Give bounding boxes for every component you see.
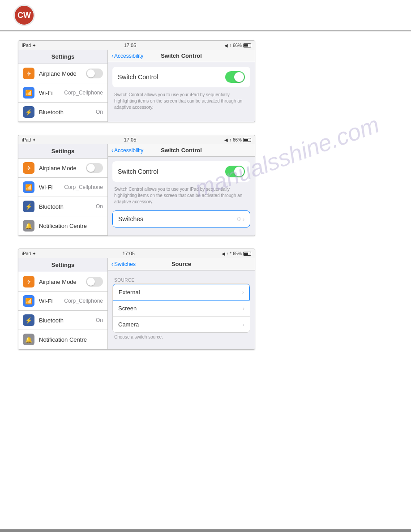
status-bar-3: iPad ✦ 17:05 ◀ ↑ * 65% <box>18 249 255 258</box>
ipad-content-1: Settings ✈ Airplane Mode 📶 Wi-Fi Corp_Ce… <box>18 50 255 122</box>
sidebar-item-wifi-3[interactable]: 📶 Wi-Fi Corp_Cellphone <box>18 292 107 311</box>
switch-control-toggle-1[interactable] <box>225 71 245 83</box>
bluetooth-value-1: On <box>96 109 103 115</box>
nav-title-1: Switch Control <box>161 52 202 59</box>
bluetooth-icon-1: ⚡ <box>23 106 34 118</box>
sidebar-title-3: Settings <box>18 258 107 272</box>
sidebar-item-airplane-2[interactable]: ✈ Airplane Mode <box>18 159 107 178</box>
nav-bar-1: ‹ Accessibility Switch Control <box>108 50 255 62</box>
sidebar-2: Settings ✈ Airplane Mode 📶 Wi-Fi Corp_Ce… <box>18 144 108 236</box>
status-left-2: iPad ✦ <box>22 137 36 142</box>
source-item-camera-chevron: › <box>243 321 244 328</box>
battery-icon-1 <box>243 43 251 47</box>
airplane-toggle-2[interactable] <box>86 163 103 173</box>
bluetooth-label-1: Bluetooth <box>39 109 91 116</box>
right-panel-1: ‹ Accessibility Switch Control Switch Co… <box>108 50 255 122</box>
switches-row[interactable]: Switches 0 › <box>112 210 250 227</box>
wifi-icon-3: 📶 <box>23 295 34 307</box>
sidebar-title-1: Settings <box>18 50 107 64</box>
page-footer <box>0 529 411 532</box>
wifi-value-1: Corp_Cellphone <box>64 90 103 96</box>
nav-back-3[interactable]: ‹ Switches <box>111 261 136 267</box>
logo: CW <box>13 4 35 26</box>
switch-control-row-2[interactable]: Switch Control <box>112 161 250 182</box>
page-header: CW <box>0 0 411 31</box>
switches-value: 0 › <box>237 215 244 223</box>
sidebar-item-bluetooth-2[interactable]: ⚡ Bluetooth On <box>18 197 107 216</box>
source-note: Choose a switch source. <box>112 333 250 341</box>
switches-label: Switches <box>118 215 143 223</box>
sidebar-1: Settings ✈ Airplane Mode 📶 Wi-Fi Corp_Ce… <box>18 50 108 122</box>
airplane-icon-1: ✈ <box>23 68 34 79</box>
sidebar-title-2: Settings <box>18 144 107 159</box>
notification-icon-3: 🔔 <box>23 334 34 345</box>
airplane-icon-3: ✈ <box>23 276 34 287</box>
wifi-icon-1: 📶 <box>23 87 34 99</box>
source-item-screen[interactable]: Screen › <box>113 300 250 317</box>
airplane-label-1: Airplane Mode <box>39 70 81 77</box>
sidebar-item-bluetooth-1[interactable]: ⚡ Bluetooth On <box>18 103 107 122</box>
sidebar-3: Settings ✈ Airplane Mode 📶 Wi-Fi Corp_Ce… <box>18 258 108 349</box>
battery-icon-2 <box>243 138 251 142</box>
right-panel-2: ‹ Accessibility Switch Control Switch Co… <box>108 144 255 236</box>
status-left-1: iPad ✦ <box>22 43 36 48</box>
screenshots-container: iPad ✦ 17:05 ◀ ↑ 66% Settings ✈ Airplane… <box>0 31 411 359</box>
status-left-3: iPad ✦ <box>22 251 36 256</box>
nav-title-3: Source <box>171 261 191 267</box>
wifi-icon-2: 📶 <box>23 181 34 193</box>
notification-icon-2: 🔔 <box>23 220 34 232</box>
panel-content-2: Switch Control Switch Control allows you… <box>108 157 255 232</box>
sidebar-item-notification-2[interactable]: 🔔 Notification Centre <box>18 216 107 236</box>
switch-control-desc-2: Switch Control allows you to use your iP… <box>112 184 250 209</box>
ipad-screenshot-3: iPad ✦ 17:05 ◀ ↑ * 65% Settings ✈ Airpla… <box>18 249 255 350</box>
status-center-2: 17:05 <box>124 137 137 142</box>
panel-content-1: Switch Control Switch Control allows you… <box>108 62 255 119</box>
nav-back-2[interactable]: ‹ Accessibility <box>111 147 143 154</box>
wifi-label-1: Wi-Fi <box>39 90 60 96</box>
switch-control-toggle-2[interactable] <box>225 166 245 177</box>
switch-control-label-1: Switch Control <box>118 73 158 81</box>
switch-control-desc-1: Switch Control allows you to use your iP… <box>112 90 250 114</box>
sidebar-item-airplane-3[interactable]: ✈ Airplane Mode <box>18 272 107 292</box>
status-right-3: ◀ ↑ * 65% <box>222 251 251 256</box>
status-right-1: ◀ ↑ 66% <box>224 43 251 48</box>
battery-icon-3 <box>243 252 251 256</box>
panel-content-3: SOURCE External › Screen › <box>108 270 255 346</box>
nav-bar-3: ‹ Switches Source <box>108 258 255 270</box>
source-item-camera-label: Camera <box>118 321 139 328</box>
source-item-screen-chevron: › <box>243 305 244 312</box>
ipad-content-3: Settings ✈ Airplane Mode 📶 Wi-Fi Corp_Ce… <box>18 258 255 349</box>
switches-chevron: › <box>243 216 244 223</box>
status-center-3: 17:05 <box>122 251 135 256</box>
airplane-icon-2: ✈ <box>23 162 34 174</box>
nav-back-1[interactable]: ‹ Accessibility <box>111 53 143 59</box>
sidebar-item-bluetooth-3[interactable]: ⚡ Bluetooth On <box>18 311 107 330</box>
ipad-screenshot-2: iPad ✦ 17:05 ◀ ↑ 66% Settings ✈ Airplane… <box>18 135 255 236</box>
source-item-screen-label: Screen <box>118 305 137 312</box>
sidebar-item-airplane-1[interactable]: ✈ Airplane Mode <box>18 64 107 83</box>
airplane-toggle-1[interactable] <box>86 69 103 78</box>
source-item-external-label: External <box>119 289 140 296</box>
status-bar-2: iPad ✦ 17:05 ◀ ↑ 66% <box>18 135 255 144</box>
sidebar-item-wifi-2[interactable]: 📶 Wi-Fi Corp_Cellphone <box>18 178 107 197</box>
status-center-1: 17:05 <box>124 43 137 48</box>
source-item-camera[interactable]: Camera › <box>113 317 250 332</box>
source-item-external[interactable]: External › <box>113 284 250 300</box>
status-bar-1: iPad ✦ 17:05 ◀ ↑ 66% <box>18 41 255 50</box>
sidebar-item-wifi-1[interactable]: 📶 Wi-Fi Corp_Cellphone <box>18 83 107 103</box>
bluetooth-icon-2: ⚡ <box>23 201 34 212</box>
sidebar-item-notification-3[interactable]: 🔔 Notification Centre <box>18 330 107 349</box>
status-right-2: ◀ ↑ 66% <box>224 137 251 142</box>
source-section-label: SOURCE <box>112 275 250 283</box>
source-group: External › Screen › Camera › <box>112 283 250 333</box>
nav-bar-2: ‹ Accessibility Switch Control <box>108 144 255 157</box>
switch-control-row-1[interactable]: Switch Control <box>112 67 250 87</box>
airplane-toggle-3[interactable] <box>86 277 103 287</box>
right-panel-3: ‹ Switches Source SOURCE External › <box>108 258 255 349</box>
bluetooth-icon-3: ⚡ <box>23 314 34 326</box>
ipad-content-2: Settings ✈ Airplane Mode 📶 Wi-Fi Corp_Ce… <box>18 144 255 236</box>
ipad-screenshot-1: iPad ✦ 17:05 ◀ ↑ 66% Settings ✈ Airplane… <box>18 40 255 122</box>
switch-control-label-2: Switch Control <box>118 168 158 175</box>
nav-title-2: Switch Control <box>161 147 202 154</box>
source-item-external-chevron: › <box>242 289 244 296</box>
